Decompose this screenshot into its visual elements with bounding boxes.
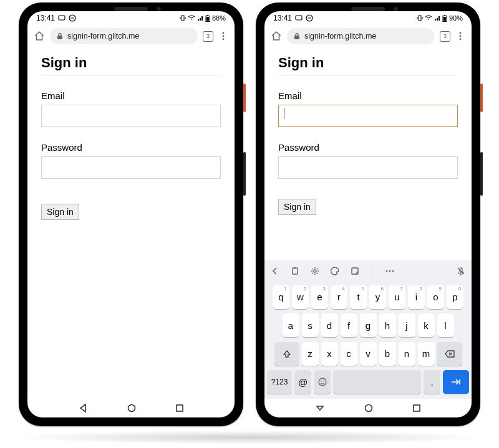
at-key[interactable]: @ bbox=[294, 370, 311, 394]
status-time: 13:41 bbox=[36, 14, 55, 22]
svg-point-34 bbox=[392, 270, 394, 272]
url-bar[interactable]: signin-form.glitch.me bbox=[50, 28, 198, 44]
backspace-key[interactable] bbox=[437, 342, 462, 366]
home-icon[interactable] bbox=[34, 31, 45, 42]
key-z[interactable]: z bbox=[302, 342, 319, 366]
url-text: signin-form.glitch.me bbox=[304, 32, 376, 41]
signin-button[interactable]: Sign in bbox=[278, 199, 316, 215]
key-g[interactable]: g bbox=[360, 313, 377, 337]
signal-icon bbox=[197, 15, 203, 21]
chevron-left-icon[interactable] bbox=[271, 267, 279, 275]
svg-rect-14 bbox=[177, 405, 183, 411]
more-menu-icon[interactable] bbox=[455, 31, 465, 41]
spacebar-key[interactable] bbox=[333, 370, 421, 394]
gear-icon[interactable] bbox=[311, 267, 319, 275]
home-icon[interactable] bbox=[271, 31, 282, 42]
recents-icon[interactable] bbox=[412, 404, 421, 412]
key-u[interactable]: u7 bbox=[389, 285, 405, 309]
enter-key[interactable] bbox=[443, 370, 469, 394]
battery-percent: 90% bbox=[449, 14, 463, 22]
svg-rect-9 bbox=[57, 36, 62, 39]
more-icon[interactable] bbox=[385, 267, 395, 275]
key-t[interactable]: t5 bbox=[350, 285, 367, 309]
message-icon bbox=[295, 14, 303, 22]
power-button bbox=[243, 83, 246, 112]
device-notch bbox=[114, 7, 148, 11]
email-field[interactable] bbox=[278, 105, 458, 127]
key-o[interactable]: o9 bbox=[427, 285, 444, 309]
key-f[interactable]: f bbox=[341, 313, 357, 337]
svg-point-13 bbox=[128, 405, 135, 412]
password-field[interactable] bbox=[278, 156, 458, 179]
key-x[interactable]: x bbox=[321, 342, 338, 366]
svg-rect-7 bbox=[207, 15, 208, 16]
back-icon[interactable] bbox=[78, 403, 88, 413]
key-i[interactable]: i8 bbox=[408, 285, 425, 309]
key-q[interactable]: q1 bbox=[273, 285, 289, 309]
home-nav-icon[interactable] bbox=[127, 403, 137, 413]
svg-point-38 bbox=[320, 381, 321, 382]
svg-point-33 bbox=[389, 270, 391, 272]
key-h[interactable]: h bbox=[379, 313, 396, 337]
phone-right: 13:41 90% signin-form.glitch.me 3 bbox=[256, 2, 480, 426]
lock-icon bbox=[293, 32, 301, 40]
svg-point-39 bbox=[323, 381, 324, 382]
key-d[interactable]: d bbox=[321, 313, 338, 337]
android-nav-bar bbox=[27, 399, 235, 417]
symbols-key[interactable]: ?123 bbox=[267, 370, 292, 394]
key-y[interactable]: y6 bbox=[369, 285, 386, 309]
key-b[interactable]: b bbox=[379, 342, 396, 366]
more-menu-icon[interactable] bbox=[218, 31, 228, 41]
keyboard-row-4: ?123 @ . bbox=[267, 370, 469, 394]
key-v[interactable]: v bbox=[360, 342, 377, 366]
svg-point-27 bbox=[460, 39, 462, 41]
key-k[interactable]: k bbox=[418, 313, 435, 337]
soft-keyboard: q1w2e3r4t5y6u7i8o9p0 asdfghjkl zxcvbnm ?… bbox=[264, 260, 472, 399]
key-w[interactable]: w2 bbox=[292, 285, 309, 309]
shift-key[interactable] bbox=[274, 342, 299, 366]
password-field[interactable] bbox=[41, 156, 221, 179]
page-title: Sign in bbox=[278, 55, 458, 75]
tab-switcher[interactable]: 3 bbox=[203, 31, 213, 42]
home-nav-icon[interactable] bbox=[364, 403, 374, 413]
key-l[interactable]: l bbox=[437, 313, 454, 337]
android-nav-bar bbox=[264, 399, 472, 417]
key-n[interactable]: n bbox=[399, 342, 415, 366]
key-s[interactable]: s bbox=[302, 313, 319, 337]
svg-rect-22 bbox=[444, 15, 445, 16]
power-button bbox=[480, 83, 483, 112]
svg-rect-3 bbox=[182, 16, 184, 21]
svg-point-11 bbox=[223, 36, 225, 37]
svg-rect-28 bbox=[293, 268, 298, 274]
sticker-icon[interactable] bbox=[351, 267, 359, 275]
browser-toolbar: signin-form.glitch.me 3 bbox=[264, 25, 472, 47]
key-e[interactable]: e3 bbox=[311, 285, 328, 309]
device-shadow bbox=[12, 431, 487, 444]
message-icon bbox=[58, 14, 65, 22]
svg-point-32 bbox=[386, 270, 388, 272]
tab-switcher[interactable]: 3 bbox=[440, 31, 450, 42]
key-j[interactable]: j bbox=[399, 313, 415, 337]
smile-icon bbox=[317, 377, 327, 387]
url-bar[interactable]: signin-form.glitch.me bbox=[287, 28, 435, 44]
recents-icon[interactable] bbox=[175, 404, 184, 412]
svg-point-30 bbox=[314, 270, 316, 272]
email-field[interactable] bbox=[41, 105, 221, 127]
period-key[interactable]: . bbox=[424, 370, 440, 394]
svg-rect-24 bbox=[294, 36, 299, 39]
key-m[interactable]: m bbox=[418, 342, 435, 366]
phone-left: 13:41 88% signin-form.glitch.me 3 bbox=[19, 2, 243, 426]
emoji-key[interactable] bbox=[314, 370, 331, 394]
clipboard-icon[interactable] bbox=[291, 267, 299, 275]
password-label: Password bbox=[278, 142, 458, 153]
key-p[interactable]: p0 bbox=[447, 285, 463, 309]
key-r[interactable]: r4 bbox=[331, 285, 347, 309]
palette-icon[interactable] bbox=[331, 267, 339, 275]
signin-button[interactable]: Sign in bbox=[41, 204, 79, 220]
key-c[interactable]: c bbox=[341, 342, 357, 366]
key-a[interactable]: a bbox=[283, 313, 299, 337]
keyboard-dismiss-icon[interactable] bbox=[315, 403, 325, 413]
status-bar: 13:41 90% bbox=[264, 11, 472, 25]
mic-off-icon[interactable] bbox=[457, 267, 465, 275]
svg-point-37 bbox=[319, 378, 326, 386]
